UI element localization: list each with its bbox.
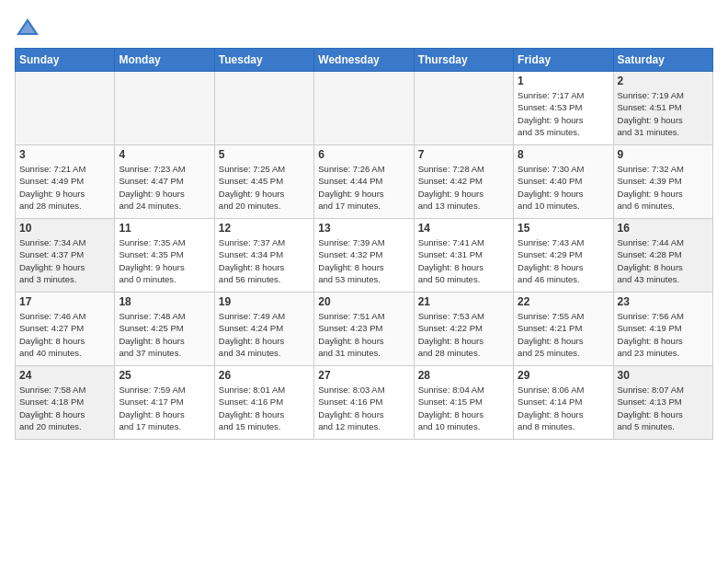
day-info: Sunrise: 7:53 AM Sunset: 4:22 PM Dayligh… — [418, 310, 509, 359]
day-number: 24 — [19, 369, 110, 382]
day-info: Sunrise: 7:35 AM Sunset: 4:35 PM Dayligh… — [119, 236, 210, 285]
calendar-cell: 3Sunrise: 7:21 AM Sunset: 4:49 PM Daylig… — [16, 145, 115, 219]
day-number: 18 — [119, 295, 210, 308]
calendar-cell: 12Sunrise: 7:37 AM Sunset: 4:34 PM Dayli… — [214, 219, 313, 293]
day-number: 4 — [119, 148, 210, 161]
calendar-cell: 7Sunrise: 7:28 AM Sunset: 4:42 PM Daylig… — [414, 145, 513, 219]
calendar-cell: 25Sunrise: 7:59 AM Sunset: 4:17 PM Dayli… — [115, 366, 214, 440]
day-number: 21 — [418, 295, 509, 308]
calendar-cell: 6Sunrise: 7:26 AM Sunset: 4:44 PM Daylig… — [314, 145, 414, 219]
day-number: 20 — [318, 295, 409, 308]
calendar-week-row: 24Sunrise: 7:58 AM Sunset: 4:18 PM Dayli… — [16, 366, 713, 440]
calendar-cell: 29Sunrise: 8:06 AM Sunset: 4:14 PM Dayli… — [514, 366, 613, 440]
day-number: 26 — [219, 369, 310, 382]
day-number: 10 — [19, 222, 110, 235]
day-info: Sunrise: 7:41 AM Sunset: 4:31 PM Dayligh… — [418, 236, 509, 285]
day-info: Sunrise: 7:58 AM Sunset: 4:18 PM Dayligh… — [19, 384, 110, 432]
day-number: 22 — [518, 295, 609, 308]
calendar-cell: 16Sunrise: 7:44 AM Sunset: 4:28 PM Dayli… — [613, 219, 712, 293]
column-header-wednesday: Wednesday — [314, 49, 414, 72]
calendar-cell: 19Sunrise: 7:49 AM Sunset: 4:24 PM Dayli… — [214, 293, 313, 366]
day-number: 16 — [618, 222, 709, 235]
column-header-monday: Monday — [115, 49, 214, 72]
calendar-cell — [314, 72, 414, 145]
calendar-cell: 28Sunrise: 8:04 AM Sunset: 4:15 PM Dayli… — [414, 366, 513, 440]
day-info: Sunrise: 7:19 AM Sunset: 4:51 PM Dayligh… — [618, 89, 709, 138]
day-info: Sunrise: 7:32 AM Sunset: 4:39 PM Dayligh… — [618, 163, 709, 212]
calendar-cell: 1Sunrise: 7:17 AM Sunset: 4:53 PM Daylig… — [514, 72, 613, 145]
day-number: 3 — [19, 148, 110, 161]
day-number: 30 — [618, 369, 709, 382]
day-info: Sunrise: 7:23 AM Sunset: 4:47 PM Dayligh… — [119, 163, 210, 212]
calendar-cell: 22Sunrise: 7:55 AM Sunset: 4:21 PM Dayli… — [514, 293, 613, 366]
calendar-cell — [414, 72, 513, 145]
calendar-cell: 26Sunrise: 8:01 AM Sunset: 4:16 PM Dayli… — [214, 366, 313, 440]
calendar-week-row: 3Sunrise: 7:21 AM Sunset: 4:49 PM Daylig… — [16, 145, 713, 219]
day-info: Sunrise: 7:51 AM Sunset: 4:23 PM Dayligh… — [318, 310, 409, 359]
calendar-cell: 30Sunrise: 8:07 AM Sunset: 4:13 PM Dayli… — [613, 366, 712, 440]
calendar-cell: 9Sunrise: 7:32 AM Sunset: 4:39 PM Daylig… — [613, 145, 712, 219]
calendar-cell: 10Sunrise: 7:34 AM Sunset: 4:37 PM Dayli… — [16, 219, 115, 293]
day-number: 17 — [19, 295, 110, 308]
calendar-cell: 24Sunrise: 7:58 AM Sunset: 4:18 PM Dayli… — [16, 366, 115, 440]
day-info: Sunrise: 7:46 AM Sunset: 4:27 PM Dayligh… — [19, 310, 110, 359]
day-info: Sunrise: 7:55 AM Sunset: 4:21 PM Dayligh… — [518, 310, 609, 359]
day-info: Sunrise: 7:59 AM Sunset: 4:17 PM Dayligh… — [119, 384, 210, 432]
calendar-week-row: 10Sunrise: 7:34 AM Sunset: 4:37 PM Dayli… — [16, 219, 713, 293]
day-number: 25 — [119, 369, 210, 382]
day-number: 15 — [518, 222, 609, 235]
calendar-cell — [115, 72, 214, 145]
day-number: 6 — [318, 148, 409, 161]
day-info: Sunrise: 7:44 AM Sunset: 4:28 PM Dayligh… — [618, 236, 709, 285]
day-info: Sunrise: 7:26 AM Sunset: 4:44 PM Dayligh… — [318, 163, 409, 212]
day-info: Sunrise: 7:17 AM Sunset: 4:53 PM Dayligh… — [518, 89, 609, 138]
calendar-cell — [214, 72, 313, 145]
day-number: 11 — [119, 222, 210, 235]
day-info: Sunrise: 8:07 AM Sunset: 4:13 PM Dayligh… — [618, 384, 709, 432]
column-header-tuesday: Tuesday — [214, 49, 313, 72]
day-number: 27 — [318, 369, 409, 382]
calendar-cell — [16, 72, 115, 145]
day-number: 13 — [318, 222, 409, 235]
day-info: Sunrise: 7:25 AM Sunset: 4:45 PM Dayligh… — [219, 163, 310, 212]
day-info: Sunrise: 7:49 AM Sunset: 4:24 PM Dayligh… — [219, 310, 310, 359]
day-info: Sunrise: 7:30 AM Sunset: 4:40 PM Dayligh… — [518, 163, 609, 212]
calendar-cell: 11Sunrise: 7:35 AM Sunset: 4:35 PM Dayli… — [115, 219, 214, 293]
day-info: Sunrise: 8:04 AM Sunset: 4:15 PM Dayligh… — [418, 384, 509, 432]
day-number: 14 — [418, 222, 509, 235]
day-number: 5 — [219, 148, 310, 161]
calendar-week-row: 1Sunrise: 7:17 AM Sunset: 4:53 PM Daylig… — [16, 72, 713, 145]
calendar-cell: 18Sunrise: 7:48 AM Sunset: 4:25 PM Dayli… — [115, 293, 214, 366]
calendar-cell: 17Sunrise: 7:46 AM Sunset: 4:27 PM Dayli… — [16, 293, 115, 366]
calendar-cell: 14Sunrise: 7:41 AM Sunset: 4:31 PM Dayli… — [414, 219, 513, 293]
page-header — [15, 15, 713, 40]
day-info: Sunrise: 8:06 AM Sunset: 4:14 PM Dayligh… — [518, 384, 609, 432]
day-number: 28 — [418, 369, 509, 382]
day-number: 2 — [618, 75, 709, 87]
column-header-thursday: Thursday — [414, 49, 513, 72]
calendar-cell: 8Sunrise: 7:30 AM Sunset: 4:40 PM Daylig… — [514, 145, 613, 219]
day-number: 19 — [219, 295, 310, 308]
calendar-week-row: 17Sunrise: 7:46 AM Sunset: 4:27 PM Dayli… — [16, 293, 713, 366]
day-info: Sunrise: 7:43 AM Sunset: 4:29 PM Dayligh… — [518, 236, 609, 285]
calendar-cell: 5Sunrise: 7:25 AM Sunset: 4:45 PM Daylig… — [214, 145, 313, 219]
day-number: 1 — [518, 75, 609, 87]
calendar-cell: 15Sunrise: 7:43 AM Sunset: 4:29 PM Dayli… — [514, 219, 613, 293]
day-info: Sunrise: 7:21 AM Sunset: 4:49 PM Dayligh… — [19, 163, 110, 212]
day-info: Sunrise: 7:28 AM Sunset: 4:42 PM Dayligh… — [418, 163, 509, 212]
calendar-cell: 27Sunrise: 8:03 AM Sunset: 4:16 PM Dayli… — [314, 366, 414, 440]
calendar-cell: 4Sunrise: 7:23 AM Sunset: 4:47 PM Daylig… — [115, 145, 214, 219]
day-number: 23 — [618, 295, 709, 308]
column-header-sunday: Sunday — [16, 49, 115, 72]
day-number: 9 — [618, 148, 709, 161]
calendar-cell: 21Sunrise: 7:53 AM Sunset: 4:22 PM Dayli… — [414, 293, 513, 366]
day-number: 12 — [219, 222, 310, 235]
day-info: Sunrise: 7:37 AM Sunset: 4:34 PM Dayligh… — [219, 236, 310, 285]
calendar-table: SundayMondayTuesdayWednesdayThursdayFrid… — [15, 48, 713, 440]
day-info: Sunrise: 7:34 AM Sunset: 4:37 PM Dayligh… — [19, 236, 110, 285]
logo — [15, 15, 44, 40]
column-header-friday: Friday — [514, 49, 613, 72]
calendar-cell: 2Sunrise: 7:19 AM Sunset: 4:51 PM Daylig… — [613, 72, 712, 145]
day-info: Sunrise: 8:03 AM Sunset: 4:16 PM Dayligh… — [318, 384, 409, 432]
day-number: 7 — [418, 148, 509, 161]
